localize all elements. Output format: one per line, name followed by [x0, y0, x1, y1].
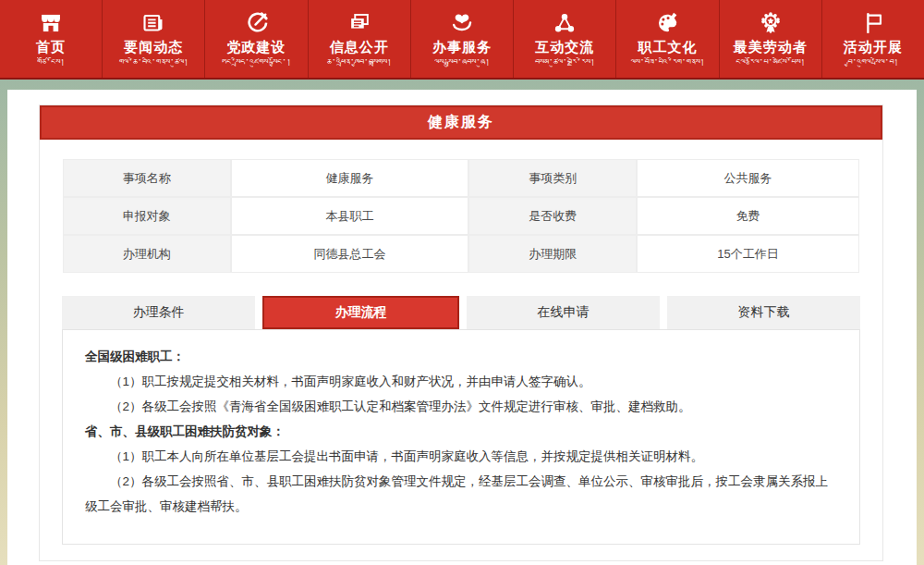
table-row: 申报对象 本县职工 是否收费 免费: [63, 197, 859, 235]
tab-bar: 办理条件 办理流程 在线申请 资料下载: [62, 296, 860, 329]
nav-label: 最美劳动者: [734, 39, 808, 56]
nav-item-home[interactable]: 首页 གཙོ་ངོས།: [0, 0, 103, 78]
nav-label-tibetan: ལས་བཟོ་པའི་རིག་གནས།: [630, 56, 704, 68]
hammer-sickle-icon: [244, 8, 270, 38]
field-value: 15个工作日: [637, 235, 859, 273]
field-value: 健康服务: [231, 159, 469, 197]
field-label: 申报对象: [63, 197, 231, 235]
nav-item-party-building[interactable]: 党政建设 ཏང་སྲིད་འཛུགས་སྐྱོང་།: [205, 0, 308, 78]
table-row: 办理机构 同德县总工会 办理期限 15个工作日: [63, 235, 859, 273]
nav-item-services[interactable]: 办事服务 ལས་སྒྲུབ་ཞབས་ཞུ།: [411, 0, 514, 78]
nav-label-tibetan: བསམ་ཚུལ་བརྗེ་རེས།: [535, 56, 595, 68]
service-detail-card: 健康服务 事项名称 健康服务 事项类别 公共服务 申报对象 本县职工 是否收费 …: [39, 104, 883, 561]
top-navigation: 首页 གཙོ་ངོས། 要闻动态 གལ་ཆེ་བའི་གནས་ཚུལ། 党政建设…: [0, 0, 924, 80]
info-table: 事项名称 健康服务 事项类别 公共服务 申报对象 本县职工 是否收费 免费 办理…: [62, 158, 860, 274]
nav-label: 职工文化: [638, 39, 697, 56]
section-item: （2）各级工会按照《青海省全国级困难职工认定和档案管理办法》文件规定进行审核、审…: [85, 394, 837, 419]
field-value: 免费: [637, 197, 859, 235]
section-heading: 全国级困难职工：: [85, 344, 837, 369]
nav-label-tibetan: ཆ་འཕྲིན་ཁྱབ་བསྒྲགས།: [327, 56, 392, 68]
nav-item-interaction[interactable]: 互动交流 བསམ་ཚུལ་བརྗེ་རེས།: [514, 0, 616, 78]
tab-content-panel: 全国级困难职工： （1）职工按规定提交相关材料，书面声明家庭收入和财产状况，并由…: [62, 329, 860, 545]
field-value: 同德县总工会: [231, 235, 469, 273]
field-value: 公共服务: [637, 159, 859, 197]
nav-label: 党政建设: [227, 39, 286, 56]
tab-downloads[interactable]: 资料下载: [667, 296, 860, 329]
nav-label: 办事服务: [432, 39, 492, 56]
field-value: 本县职工: [231, 197, 469, 235]
nav-label: 互动交流: [535, 39, 594, 56]
section-item: （1）职工按规定提交相关材料，书面声明家庭收入和财产状况，并由申请人签字确认。: [85, 369, 837, 394]
storefront-icon: [38, 8, 64, 38]
documents-icon: [346, 8, 372, 38]
field-label: 事项名称: [63, 159, 231, 197]
nav-label-tibetan: ངལ་རྩོལ་པ་མཛེས་པོས།: [736, 56, 805, 68]
share-network-icon: [552, 8, 578, 38]
tab-online-application[interactable]: 在线申请: [467, 296, 660, 329]
nav-item-info-disclosure[interactable]: 信息公开 ཆ་འཕྲིན་ཁྱབ་བསྒྲགས།: [309, 0, 411, 78]
field-label: 是否收费: [468, 197, 637, 235]
nav-label: 首页: [36, 39, 66, 56]
hand-heart-icon: [449, 8, 475, 38]
nav-label: 信息公开: [330, 39, 389, 56]
nav-item-activities[interactable]: 活动开展 བྱ་འགུལ་སྤེལ་བ།: [822, 0, 924, 78]
flag-icon: [860, 8, 886, 38]
nav-label-tibetan: གཙོ་ངོས།: [37, 56, 65, 68]
nav-label-tibetan: བྱ་འགུལ་སྤེལ་བ།: [847, 56, 898, 68]
section-item: （2）各级工会按照省、市、县职工困难扶防贫对象管理文件规定，经基层工会调查、单位…: [85, 469, 837, 519]
palette-icon: [654, 8, 680, 38]
nav-item-news[interactable]: 要闻动态 གལ་ཆེ་བའི་གནས་ཚུལ།: [103, 0, 205, 78]
content-panel: 健康服务 事项名称 健康服务 事项类别 公共服务 申报对象 本县职工 是否收费 …: [7, 90, 917, 565]
tab-conditions[interactable]: 办理条件: [62, 296, 255, 329]
nav-label: 活动开展: [844, 39, 903, 56]
field-label: 事项类别: [468, 159, 637, 197]
nav-item-model-workers[interactable]: 最美劳动者 ངལ་རྩོལ་པ་མཛེས་པོས།: [720, 0, 822, 78]
tab-process[interactable]: 办理流程: [262, 296, 459, 329]
nav-label-tibetan: ཏང་སྲིད་འཛུགས་སྐྱོང་།: [222, 56, 291, 68]
newspaper-icon: [140, 8, 166, 38]
section-item: （1）职工本人向所在单位基层工会提出书面申请，书面声明家庭收入等信息，并按规定提…: [85, 444, 837, 469]
page-title: 健康服务: [40, 105, 882, 140]
field-label: 办理期限: [468, 235, 637, 273]
field-label: 办理机构: [63, 235, 231, 273]
nav-label-tibetan: གལ་ཆེ་བའི་གནས་ཚུལ།: [119, 56, 188, 68]
section-heading: 省、市、县级职工困难扶防贫对象：: [85, 419, 837, 444]
medal-icon: [758, 8, 784, 38]
table-row: 事项名称 健康服务 事项类别 公共服务: [63, 159, 859, 197]
nav-label: 要闻动态: [124, 39, 183, 56]
nav-item-worker-culture[interactable]: 职工文化 ལས་བཟོ་པའི་རིག་གནས།: [616, 0, 719, 78]
nav-label-tibetan: ལས་སྒྲུབ་ཞབས་ཞུ།: [434, 56, 490, 68]
